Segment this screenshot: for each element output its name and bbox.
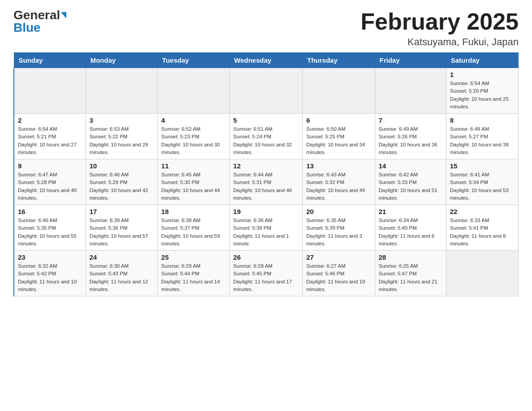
day-info: Sunrise: 6:44 AMSunset: 5:31 PMDaylight:…	[233, 171, 299, 202]
calendar-cell: 21Sunrise: 6:34 AMSunset: 5:40 PMDayligh…	[375, 205, 446, 251]
calendar-cell	[229, 68, 302, 114]
calendar-cell: 19Sunrise: 6:36 AMSunset: 5:38 PMDayligh…	[229, 205, 302, 251]
day-info: Sunrise: 6:47 AMSunset: 5:28 PMDaylight:…	[18, 171, 82, 202]
day-number: 17	[90, 208, 154, 215]
title-block: February 2025 Katsuyama, Fukui, Japan	[360, 9, 519, 48]
calendar-week-row: 16Sunrise: 6:40 AMSunset: 5:35 PMDayligh…	[14, 205, 519, 251]
day-number: 27	[306, 253, 371, 261]
calendar-cell: 13Sunrise: 6:43 AMSunset: 5:32 PMDayligh…	[302, 159, 375, 205]
calendar-cell: 14Sunrise: 6:42 AMSunset: 5:33 PMDayligh…	[375, 159, 446, 205]
day-info: Sunrise: 6:50 AMSunset: 5:25 PMDaylight:…	[306, 125, 371, 156]
day-info: Sunrise: 6:45 AMSunset: 5:30 PMDaylight:…	[161, 171, 226, 202]
header-friday: Friday	[375, 53, 446, 68]
header-wednesday: Wednesday	[229, 53, 302, 68]
calendar-cell: 27Sunrise: 6:27 AMSunset: 5:46 PMDayligh…	[302, 251, 375, 296]
logo-blue-text: Blue	[13, 21, 41, 34]
day-info: Sunrise: 6:27 AMSunset: 5:46 PMDaylight:…	[306, 262, 371, 293]
calendar-week-row: 23Sunrise: 6:32 AMSunset: 5:42 PMDayligh…	[14, 251, 519, 296]
day-info: Sunrise: 6:32 AMSunset: 5:42 PMDaylight:…	[18, 262, 82, 293]
day-number: 20	[306, 208, 371, 215]
day-info: Sunrise: 6:54 AMSunset: 5:21 PMDaylight:…	[18, 125, 82, 156]
calendar-cell: 3Sunrise: 6:53 AMSunset: 5:22 PMDaylight…	[86, 114, 157, 159]
calendar-cell: 15Sunrise: 6:41 AMSunset: 5:34 PMDayligh…	[446, 159, 518, 205]
day-number: 18	[161, 208, 226, 215]
day-info: Sunrise: 6:28 AMSunset: 5:45 PMDaylight:…	[233, 262, 299, 293]
day-number: 1	[450, 71, 515, 78]
day-number: 2	[18, 116, 82, 124]
header-thursday: Thursday	[302, 53, 375, 68]
calendar-week-row: 2Sunrise: 6:54 AMSunset: 5:21 PMDaylight…	[14, 114, 519, 159]
day-info: Sunrise: 6:42 AMSunset: 5:33 PMDaylight:…	[379, 171, 442, 202]
calendar-cell: 18Sunrise: 6:38 AMSunset: 5:37 PMDayligh…	[158, 205, 230, 251]
day-number: 24	[90, 253, 154, 261]
logo: General Blue	[13, 9, 66, 34]
day-number: 4	[161, 116, 226, 124]
calendar-cell	[375, 68, 446, 114]
day-info: Sunrise: 6:34 AMSunset: 5:40 PMDaylight:…	[379, 217, 442, 248]
day-number: 22	[450, 208, 515, 215]
calendar-cell: 23Sunrise: 6:32 AMSunset: 5:42 PMDayligh…	[14, 251, 86, 296]
calendar-cell	[446, 251, 518, 296]
day-number: 5	[233, 116, 299, 124]
header-tuesday: Tuesday	[158, 53, 230, 68]
day-info: Sunrise: 6:40 AMSunset: 5:35 PMDaylight:…	[18, 217, 82, 248]
day-info: Sunrise: 6:25 AMSunset: 5:47 PMDaylight:…	[379, 262, 442, 293]
day-number: 10	[90, 162, 154, 170]
day-number: 3	[90, 116, 154, 124]
calendar-header: Sunday Monday Tuesday Wednesday Thursday…	[14, 53, 519, 68]
day-info: Sunrise: 6:36 AMSunset: 5:38 PMDaylight:…	[233, 217, 299, 248]
calendar-cell: 8Sunrise: 6:48 AMSunset: 5:27 PMDaylight…	[446, 114, 518, 159]
calendar-cell: 9Sunrise: 6:47 AMSunset: 5:28 PMDaylight…	[14, 159, 86, 205]
day-number: 8	[450, 116, 515, 124]
calendar-cell: 25Sunrise: 6:29 AMSunset: 5:44 PMDayligh…	[158, 251, 230, 296]
calendar-cell: 20Sunrise: 6:35 AMSunset: 5:39 PMDayligh…	[302, 205, 375, 251]
calendar-cell: 17Sunrise: 6:39 AMSunset: 5:36 PMDayligh…	[86, 205, 157, 251]
page-header: General Blue February 2025 Katsuyama, Fu…	[13, 9, 519, 48]
day-number: 12	[233, 162, 299, 170]
calendar-cell: 24Sunrise: 6:30 AMSunset: 5:43 PMDayligh…	[86, 251, 157, 296]
day-info: Sunrise: 6:38 AMSunset: 5:37 PMDaylight:…	[161, 217, 226, 248]
header-saturday: Saturday	[446, 53, 518, 68]
day-number: 9	[18, 162, 82, 170]
day-info: Sunrise: 6:41 AMSunset: 5:34 PMDaylight:…	[450, 171, 515, 202]
day-info: Sunrise: 6:49 AMSunset: 5:26 PMDaylight:…	[379, 125, 442, 156]
calendar-week-row: 1Sunrise: 6:54 AMSunset: 5:20 PMDaylight…	[14, 68, 519, 114]
day-info: Sunrise: 6:54 AMSunset: 5:20 PMDaylight:…	[450, 80, 515, 111]
calendar-table: Sunday Monday Tuesday Wednesday Thursday…	[13, 52, 519, 296]
calendar-body: 1Sunrise: 6:54 AMSunset: 5:20 PMDaylight…	[14, 68, 519, 296]
day-number: 13	[306, 162, 371, 170]
day-number: 7	[379, 116, 442, 124]
calendar-cell	[302, 68, 375, 114]
calendar-cell: 10Sunrise: 6:46 AMSunset: 5:29 PMDayligh…	[86, 159, 157, 205]
header-sunday: Sunday	[14, 53, 86, 68]
calendar-cell: 16Sunrise: 6:40 AMSunset: 5:35 PMDayligh…	[14, 205, 86, 251]
calendar-cell: 26Sunrise: 6:28 AMSunset: 5:45 PMDayligh…	[229, 251, 302, 296]
day-info: Sunrise: 6:48 AMSunset: 5:27 PMDaylight:…	[450, 125, 515, 156]
page-title: February 2025	[360, 9, 519, 34]
day-info: Sunrise: 6:52 AMSunset: 5:23 PMDaylight:…	[161, 125, 226, 156]
day-info: Sunrise: 6:29 AMSunset: 5:44 PMDaylight:…	[161, 262, 226, 293]
calendar-cell: 4Sunrise: 6:52 AMSunset: 5:23 PMDaylight…	[158, 114, 230, 159]
calendar-cell: 22Sunrise: 6:33 AMSunset: 5:41 PMDayligh…	[446, 205, 518, 251]
day-info: Sunrise: 6:46 AMSunset: 5:29 PMDaylight:…	[90, 171, 154, 202]
day-info: Sunrise: 6:53 AMSunset: 5:22 PMDaylight:…	[90, 125, 154, 156]
calendar-cell: 7Sunrise: 6:49 AMSunset: 5:26 PMDaylight…	[375, 114, 446, 159]
day-info: Sunrise: 6:30 AMSunset: 5:43 PMDaylight:…	[90, 262, 154, 293]
calendar-cell: 1Sunrise: 6:54 AMSunset: 5:20 PMDaylight…	[446, 68, 518, 114]
header-monday: Monday	[86, 53, 157, 68]
day-number: 23	[18, 253, 82, 261]
logo-general-text: General	[13, 9, 60, 21]
day-number: 11	[161, 162, 226, 170]
calendar-cell	[86, 68, 157, 114]
days-of-week-row: Sunday Monday Tuesday Wednesday Thursday…	[14, 53, 519, 68]
day-number: 6	[306, 116, 371, 124]
day-info: Sunrise: 6:39 AMSunset: 5:36 PMDaylight:…	[90, 217, 154, 248]
day-number: 26	[233, 253, 299, 261]
calendar-week-row: 9Sunrise: 6:47 AMSunset: 5:28 PMDaylight…	[14, 159, 519, 205]
day-number: 15	[450, 162, 515, 170]
calendar-cell: 11Sunrise: 6:45 AMSunset: 5:30 PMDayligh…	[158, 159, 230, 205]
day-number: 25	[161, 253, 226, 261]
calendar-cell: 5Sunrise: 6:51 AMSunset: 5:24 PMDaylight…	[229, 114, 302, 159]
day-info: Sunrise: 6:33 AMSunset: 5:41 PMDaylight:…	[450, 217, 515, 248]
calendar-cell: 28Sunrise: 6:25 AMSunset: 5:47 PMDayligh…	[375, 251, 446, 296]
